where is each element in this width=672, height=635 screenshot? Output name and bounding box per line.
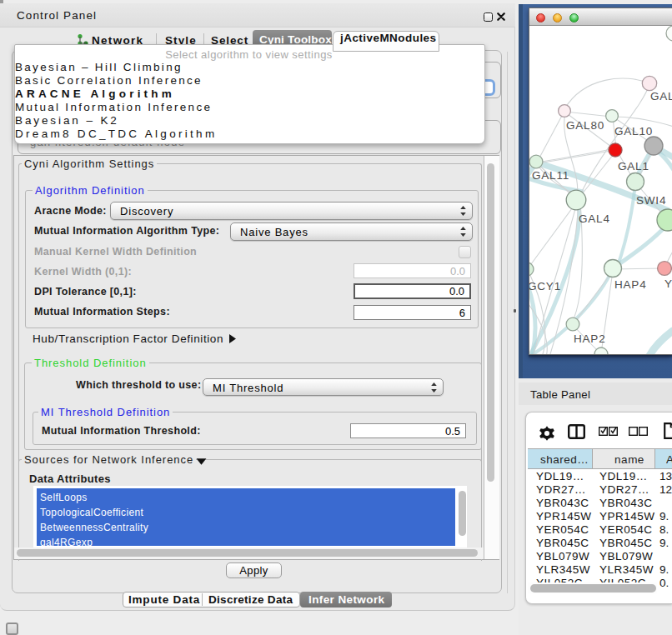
svg-text:GAL7: GAL7 (650, 90, 672, 102)
svg-text:HAP2: HAP2 (574, 332, 605, 345)
svg-text:HAP4: HAP4 (614, 278, 646, 291)
svg-text:GAL80: GAL80 (566, 119, 604, 132)
svg-text:Y: Y (664, 278, 672, 290)
svg-text:GAL11: GAL11 (532, 169, 569, 182)
svg-text:GAL4: GAL4 (579, 212, 610, 225)
svg-text:GCY1: GCY1 (529, 280, 561, 292)
svg-text:SWI4: SWI4 (636, 194, 666, 207)
svg-text:GAL10: GAL10 (614, 125, 653, 138)
svg-text:GAL1: GAL1 (618, 160, 649, 172)
